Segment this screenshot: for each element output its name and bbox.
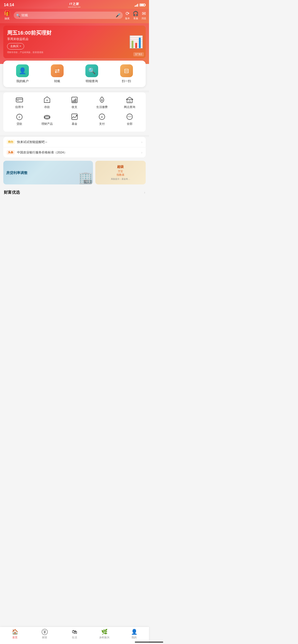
svg-text:e: e bbox=[19, 116, 20, 118]
gift-icon: 🎁 bbox=[4, 10, 10, 16]
search-bar[interactable]: 🔍 转账 🎤 bbox=[14, 12, 123, 19]
banner-ad-tag: 【广告】 bbox=[133, 52, 144, 56]
svg-point-26 bbox=[129, 116, 130, 117]
grid-item-life[interactable]: 生活缴费 bbox=[88, 96, 116, 109]
all-label: 全部 bbox=[127, 122, 132, 126]
headline-arrow: › bbox=[141, 150, 142, 154]
divider-1 bbox=[0, 90, 149, 92]
fund-disclaimer: 风险提示：基金有… bbox=[111, 178, 130, 181]
branch-icon bbox=[126, 96, 133, 104]
header-actions: ⟳ 版本 🎧 客服 ✉ 消息 bbox=[125, 11, 146, 20]
news-item-todo[interactable]: 待办 快来试试智能提醒吧～ › bbox=[3, 137, 146, 147]
grid-menu: 信用卡 ¥ 存款 收支 bbox=[3, 92, 146, 132]
banner-images-row: 房贷利率调整 🏢 【广】 超级 万宝指数基 风险提示：基金有… bbox=[3, 161, 146, 184]
wealth-icon bbox=[44, 113, 50, 120]
banner-mortgage-text: 房贷利率调整 bbox=[6, 170, 27, 175]
svg-rect-21 bbox=[72, 114, 77, 120]
svg-rect-14 bbox=[129, 101, 130, 103]
wealth-title: 财富优选 bbox=[4, 190, 20, 195]
grid-row-1: 信用卡 ¥ 存款 收支 bbox=[6, 96, 143, 109]
todo-arrow: › bbox=[141, 140, 142, 144]
grid-item-wealth[interactable]: 理财产品 bbox=[33, 113, 60, 126]
grid-item-loan[interactable]: e 贷款 bbox=[6, 113, 33, 126]
banner-title: 周五16:00前买理财 bbox=[7, 30, 142, 36]
status-time: 14:14 bbox=[4, 2, 14, 7]
income-icon bbox=[71, 96, 78, 104]
banner-illustration: 📊 bbox=[129, 35, 143, 49]
quick-action-scan[interactable]: ⊟ 扫一扫 bbox=[109, 64, 144, 83]
wealth-product-label: 理财产品 bbox=[41, 122, 53, 126]
wealth-section: 财富优选 › bbox=[3, 188, 146, 197]
headline-text: 中国农业银行服务价格标准（2024） bbox=[17, 150, 140, 154]
quick-actions-card: 👤 我的账户 ⇄ 转账 🔍 明细查询 ⊟ 扫一扫 bbox=[3, 60, 146, 87]
mail-icon: ✉ bbox=[142, 11, 146, 16]
loan-icon: e bbox=[16, 113, 23, 120]
grid-item-income[interactable]: 收支 bbox=[61, 96, 88, 109]
message-label: 消息 bbox=[141, 17, 146, 20]
grid-item-credit-card[interactable]: 信用卡 bbox=[6, 96, 33, 109]
credit-card-icon bbox=[16, 96, 23, 104]
svg-rect-7 bbox=[73, 100, 73, 102]
search-text: 转账 bbox=[21, 13, 114, 18]
svg-point-25 bbox=[128, 116, 128, 117]
version-label: 版本 bbox=[125, 17, 130, 20]
transfer-label: 转账 bbox=[54, 79, 60, 83]
fund-label: 基金 bbox=[72, 122, 77, 126]
quick-action-my-account[interactable]: 👤 我的账户 bbox=[5, 64, 40, 83]
my-account-icon: 👤 bbox=[16, 64, 29, 77]
logo-text: IT之家 bbox=[69, 2, 79, 6]
search-icon: 🔍 bbox=[16, 14, 20, 17]
grid-row-2: e 贷款 理财产品 bbox=[6, 113, 143, 126]
customer-service-button[interactable]: 🎧 客服 bbox=[133, 11, 139, 20]
status-bar: 14:14 IT之家 www.ithome.com bbox=[0, 0, 149, 9]
loan-label: 贷款 bbox=[16, 122, 22, 126]
fund-sub: 万宝指数基 bbox=[117, 170, 124, 177]
details-label: 明细查询 bbox=[86, 79, 98, 83]
todo-text: 快来试试智能提醒吧～ bbox=[17, 140, 140, 144]
quick-action-details[interactable]: 🔍 明细查询 bbox=[74, 64, 109, 83]
banner-btn-text: 去购买 > bbox=[10, 44, 21, 48]
customer-service-label: 客服 bbox=[133, 17, 138, 20]
life-icon bbox=[99, 96, 105, 104]
svg-marker-13 bbox=[126, 97, 133, 100]
divider-2 bbox=[0, 135, 149, 137]
lottery-label: 抽奖 bbox=[4, 17, 10, 20]
grid-item-payment[interactable]: e 支付 bbox=[88, 113, 116, 126]
lottery-button[interactable]: 🎁 抽奖 bbox=[3, 10, 11, 20]
transfer-icon: ⇄ bbox=[51, 64, 64, 77]
status-icons bbox=[135, 3, 145, 7]
version-icon: ⟳ bbox=[126, 11, 130, 16]
news-section: 待办 快来试试智能提醒吧～ › 头条 中国农业银行服务价格标准（2024） › bbox=[3, 137, 146, 158]
banner-mortgage-card[interactable]: 房贷利率调整 🏢 【广】 bbox=[3, 161, 93, 184]
svg-point-27 bbox=[131, 116, 131, 117]
svg-rect-0 bbox=[16, 98, 23, 102]
svg-rect-2 bbox=[17, 100, 19, 100]
app-logo: IT之家 www.ithome.com bbox=[68, 2, 81, 8]
message-button[interactable]: ✉ 消息 bbox=[141, 11, 146, 20]
banner-section: 周五16:00前买理财 享周末收益机会 去购买 > 理财非存款，产品有风险，投资… bbox=[0, 23, 149, 64]
quick-action-transfer[interactable]: ⇄ 转账 bbox=[40, 64, 75, 83]
banner-card[interactable]: 周五16:00前买理财 享周末收益机会 去购买 > 理财非存款，产品有风险，投资… bbox=[3, 26, 146, 58]
todo-tag: 待办 bbox=[7, 140, 15, 144]
income-label: 收支 bbox=[72, 105, 77, 109]
svg-rect-8 bbox=[74, 100, 75, 102]
signal-icon bbox=[135, 3, 138, 7]
header: 🎁 抽奖 🔍 转账 🎤 ⟳ 版本 🎧 客服 ✉ 消息 bbox=[0, 9, 149, 23]
svg-rect-9 bbox=[75, 98, 76, 102]
deposit-label: 存款 bbox=[44, 105, 50, 109]
grid-item-fund[interactable]: 基金 bbox=[61, 113, 88, 126]
grid-item-all[interactable]: 全部 bbox=[116, 113, 143, 126]
banner-buy-button[interactable]: 去购买 > bbox=[7, 43, 24, 50]
wealth-header: 财富优选 › bbox=[3, 188, 146, 197]
grid-item-deposit[interactable]: ¥ 存款 bbox=[33, 96, 60, 109]
mic-icon[interactable]: 🎤 bbox=[116, 13, 120, 18]
deposit-icon: ¥ bbox=[44, 96, 50, 104]
grid-item-branch[interactable]: 网点查询 bbox=[116, 96, 143, 109]
version-button[interactable]: ⟳ 版本 bbox=[125, 11, 130, 20]
wealth-arrow[interactable]: › bbox=[144, 190, 145, 194]
news-item-headline[interactable]: 头条 中国农业银行服务价格标准（2024） › bbox=[3, 147, 146, 158]
branch-label: 网点查询 bbox=[124, 105, 135, 109]
banner-fund-card[interactable]: 超级 万宝指数基 风险提示：基金有… bbox=[95, 161, 146, 184]
scan-icon: ⊟ bbox=[120, 64, 133, 77]
payment-icon: e bbox=[99, 113, 105, 120]
